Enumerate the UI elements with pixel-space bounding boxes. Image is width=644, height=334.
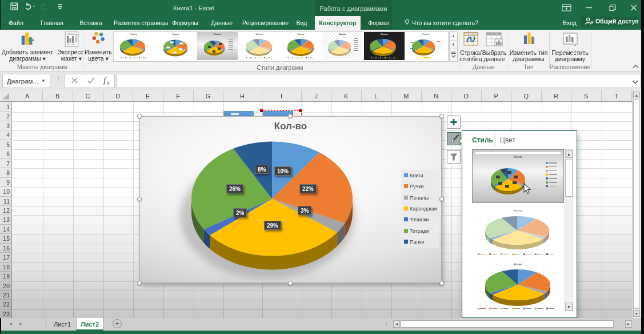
svg-text:x: x xyxy=(106,79,110,86)
